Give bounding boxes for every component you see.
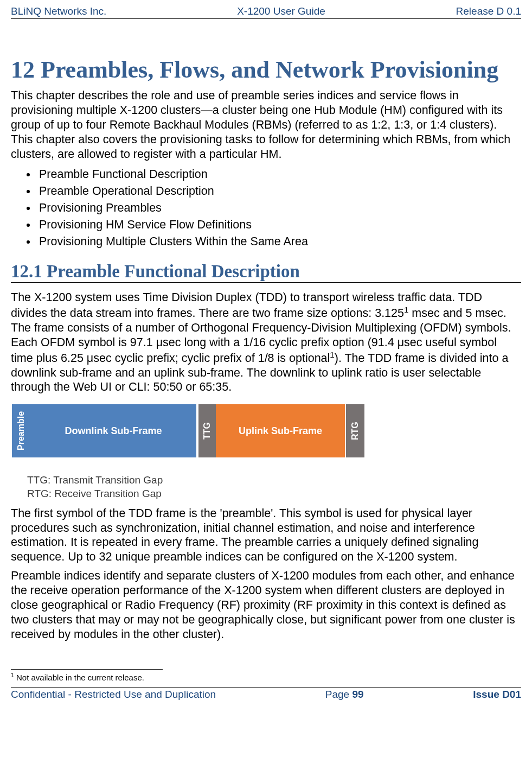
section-paragraph-2: The first symbol of the TDD frame is the… bbox=[11, 506, 521, 565]
section-paragraph-1: The X-1200 system uses Time Division Dup… bbox=[11, 290, 521, 394]
page-footer: Confidential - Restricted Use and Duplic… bbox=[11, 687, 521, 701]
legend-line: RTG: Receive Transition Gap bbox=[27, 487, 521, 501]
uplink-block: Uplink Sub-Frame bbox=[216, 404, 346, 457]
list-item: Provisioning HM Service Flow Definitions bbox=[37, 217, 521, 233]
footnote-text: Not available in the current release. bbox=[14, 673, 144, 682]
tdd-frame-figure: Preamble Downlink Sub-Frame TTG Uplink S… bbox=[11, 404, 521, 500]
list-item: Provisioning Preambles bbox=[37, 200, 521, 217]
chapter-heading: 12 Preambles, Flows, and Network Provisi… bbox=[11, 57, 521, 83]
chapter-intro: This chapter describes the role and use … bbox=[11, 88, 521, 161]
footnote-separator bbox=[11, 669, 163, 670]
rtg-block: RTG bbox=[346, 404, 364, 457]
chapter-toc-list: Preamble Functional Description Preamble… bbox=[11, 166, 521, 251]
ttg-block: TTG bbox=[197, 404, 216, 457]
page-number: 99 bbox=[352, 689, 363, 700]
section-paragraph-3: Preamble indices identify and separate c… bbox=[11, 569, 521, 641]
footnote-ref: 1 bbox=[330, 350, 334, 359]
header-release: Release D 0.1 bbox=[456, 5, 521, 17]
list-item: Preamble Functional Description bbox=[37, 166, 521, 183]
footer-confidential: Confidential - Restricted Use and Duplic… bbox=[11, 689, 216, 701]
page-header: BLiNQ Networks Inc. X-1200 User Guide Re… bbox=[11, 5, 521, 19]
header-title: X-1200 User Guide bbox=[237, 5, 325, 17]
footnote: 1 Not available in the current release. bbox=[11, 672, 521, 683]
header-company: BLiNQ Networks Inc. bbox=[11, 5, 106, 17]
footer-issue: Issue D01 bbox=[473, 689, 521, 701]
section-heading: 12.1 Preamble Functional Description bbox=[11, 262, 521, 283]
list-item: Provisioning Multiple Clusters Within th… bbox=[37, 233, 521, 250]
footer-page: Page 99 bbox=[325, 689, 364, 701]
list-item: Preamble Operational Description bbox=[37, 183, 521, 200]
document-page: BLiNQ Networks Inc. X-1200 User Guide Re… bbox=[0, 0, 532, 706]
downlink-block: Downlink Sub-Frame bbox=[30, 404, 197, 457]
figure-legend: TTG: Transmit Transition Gap RTG: Receiv… bbox=[27, 474, 521, 500]
preamble-block: Preamble bbox=[11, 404, 30, 457]
legend-line: TTG: Transmit Transition Gap bbox=[27, 474, 521, 487]
page-label: Page bbox=[325, 689, 352, 700]
frame-diagram: Preamble Downlink Sub-Frame TTG Uplink S… bbox=[11, 404, 521, 457]
